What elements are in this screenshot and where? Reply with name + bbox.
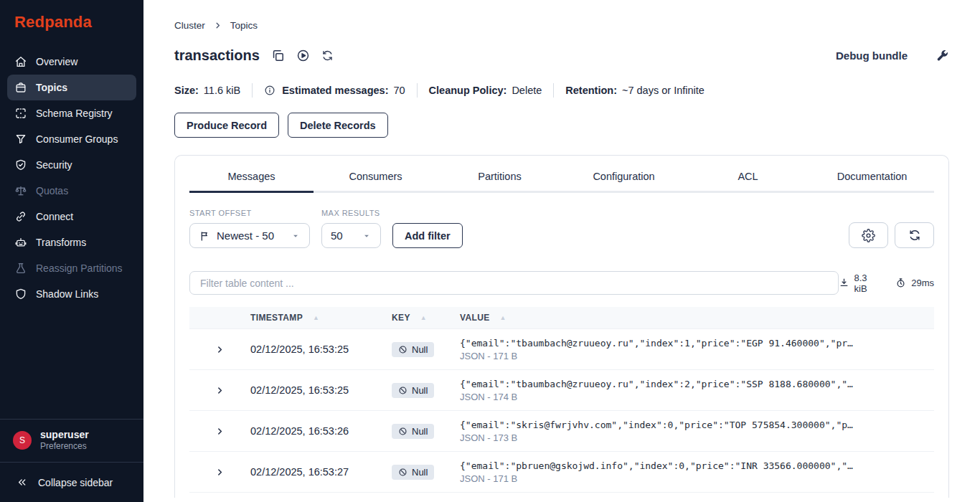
tab-bar: MessagesConsumersPartitionsConfiguration… [189, 160, 934, 193]
sidebar-item-connect[interactable]: Connect [7, 204, 136, 229]
play-circle-icon[interactable] [296, 49, 310, 62]
table-row[interactable]: 02/12/2025, 16:53:25Null{"email":"tbaumb… [189, 370, 934, 411]
funnel-icon [14, 133, 27, 146]
column-header-value[interactable]: VALUE▲ [460, 313, 934, 323]
row-timestamp: 02/12/2025, 16:53:25 [250, 384, 392, 396]
stat-value: Delete [512, 85, 542, 96]
sidebar-item-quotas: Quotas [7, 178, 136, 204]
sidebar-item-label: Connect [36, 211, 73, 222]
messages-table: TIMESTAMP▲ KEY▲ VALUE▲ 02/12/2025, 16:53… [189, 307, 934, 493]
sidebar-item-schema-registry[interactable]: Schema Registry [7, 100, 136, 126]
sidebar-item-label: Topics [36, 82, 67, 93]
sidebar-item-label: Schema Registry [36, 108, 113, 119]
expand-row-icon[interactable] [215, 385, 225, 396]
tab-partitions[interactable]: Partitions [438, 160, 562, 193]
redpanda-logo[interactable]: Redpanda [0, 0, 143, 49]
breadcrumb-topics[interactable]: Topics [230, 20, 258, 31]
stat-retention: Retention:~7 days or Infinite [565, 85, 705, 96]
robot-icon [14, 236, 27, 249]
avatar: S [13, 431, 32, 450]
expand-row-icon[interactable] [215, 426, 225, 437]
download-icon [839, 278, 849, 288]
table-settings-button[interactable] [849, 222, 888, 248]
fetch-stats: 8.3 kiB 29ms [839, 273, 934, 294]
table-row[interactable]: 02/12/2025, 16:53:25Null{"email":"tbaumb… [189, 329, 934, 370]
sort-icon: ▲ [500, 314, 507, 321]
topic-card: MessagesConsumersPartitionsConfiguration… [174, 155, 949, 498]
stat-cleanup-policy: Cleanup Policy:Delete [429, 85, 542, 96]
tab-messages[interactable]: Messages [189, 160, 314, 193]
expand-row-icon[interactable] [215, 344, 225, 355]
collapse-sidebar-label: Collapse sidebar [38, 477, 113, 488]
row-value-meta: JSON - 171 B [460, 473, 923, 484]
stat-label: Cleanup Policy: [429, 85, 507, 96]
key-null-badge: Null [392, 342, 434, 357]
ban-icon [398, 468, 407, 477]
sidebar-item-reassign-partitions: Reassign Partitions [7, 255, 136, 281]
expand-row-icon[interactable] [215, 467, 225, 478]
tab-consumers[interactable]: Consumers [314, 160, 438, 193]
wrench-icon[interactable] [935, 49, 949, 63]
ban-icon [398, 386, 407, 395]
ban-icon [398, 427, 407, 436]
sidebar-item-overview[interactable]: Overview [7, 49, 136, 75]
table-row[interactable]: 02/12/2025, 16:53:27Null{"email":"pbruen… [189, 452, 934, 493]
user-preferences-link[interactable]: Preferences [40, 441, 89, 453]
sidebar-item-label: Consumer Groups [36, 133, 118, 145]
produce-record-button[interactable]: Produce Record [174, 113, 279, 138]
scales-icon [14, 184, 27, 197]
sidebar-item-topics[interactable]: Topics [7, 75, 136, 100]
stat-label: Size: [174, 85, 199, 96]
start-offset-label: START OFFSET [189, 209, 310, 217]
filter-table-input[interactable] [189, 271, 839, 295]
stat-value: 11.6 kiB [204, 85, 240, 96]
main-content: Cluster Topics transactions Debug bundle… [143, 0, 980, 498]
sidebar-item-label: Security [36, 159, 72, 171]
refresh-messages-button[interactable] [895, 222, 934, 248]
message-controls: START OFFSET Newest - 50 MAX RESULTS [189, 209, 934, 248]
start-offset-select[interactable]: Newest - 50 [189, 223, 310, 248]
collapse-sidebar-button[interactable]: Collapse sidebar [0, 463, 143, 502]
stat-label: Estimated messages: [282, 85, 388, 96]
chevrons-left-icon [16, 476, 28, 488]
tab-documentation[interactable]: Documentation [810, 160, 934, 193]
sidebar-bottom: S superuser Preferences Collapse sidebar [0, 419, 143, 502]
column-header-timestamp[interactable]: TIMESTAMP▲ [250, 313, 392, 323]
table-header: TIMESTAMP▲ KEY▲ VALUE▲ [189, 307, 934, 329]
add-filter-button[interactable]: Add filter [392, 223, 463, 248]
max-results-value: 50 [331, 229, 343, 242]
delete-records-button[interactable]: Delete Records [288, 113, 388, 138]
row-value-json: {"email":"tbaumbach@zruueoy.ru","index":… [460, 338, 923, 349]
refresh-topic-icon[interactable] [321, 49, 334, 62]
sidebar-item-shadow-links[interactable]: Shadow Links [7, 281, 136, 307]
column-header-key[interactable]: KEY▲ [392, 313, 460, 323]
max-results-select[interactable]: 50 [321, 223, 381, 248]
breadcrumb-cluster[interactable]: Cluster [174, 20, 205, 31]
chevron-down-icon [362, 231, 372, 241]
row-value-meta: JSON - 174 B [460, 392, 923, 402]
debug-bundle-link[interactable]: Debug bundle [836, 49, 908, 62]
user-menu[interactable]: S superuser Preferences [0, 420, 143, 462]
row-value-meta: JSON - 171 B [460, 351, 923, 361]
gear-icon [862, 229, 875, 242]
stopwatch-icon [895, 278, 906, 288]
topics-icon [14, 81, 27, 94]
divider [553, 83, 554, 98]
flag-icon [199, 230, 210, 242]
link-icon [14, 210, 27, 223]
tab-configuration[interactable]: Configuration [562, 160, 686, 193]
table-row[interactable]: 02/12/2025, 16:53:26Null{"email":"skris@… [189, 411, 934, 452]
row-timestamp: 02/12/2025, 16:53:27 [250, 466, 392, 478]
sidebar-item-label: Quotas [36, 185, 68, 196]
sidebar-item-consumer-groups[interactable]: Consumer Groups [7, 126, 136, 152]
copy-topic-name-icon[interactable] [271, 49, 285, 62]
fetched-size: 8.3 kiB [854, 273, 883, 294]
shield-check-icon [14, 158, 27, 171]
row-value-json: {"email":"skris@fwrjvhv.com","index":0,"… [460, 420, 923, 430]
filter-row: 8.3 kiB 29ms [189, 271, 934, 295]
row-value-meta: JSON - 173 B [460, 432, 923, 443]
sidebar-item-transforms[interactable]: Transforms [7, 229, 136, 255]
sidebar-item-security[interactable]: Security [7, 152, 136, 178]
tab-acl[interactable]: ACL [686, 160, 810, 193]
sidebar-nav: OverviewTopicsSchema RegistryConsumer Gr… [0, 49, 143, 307]
